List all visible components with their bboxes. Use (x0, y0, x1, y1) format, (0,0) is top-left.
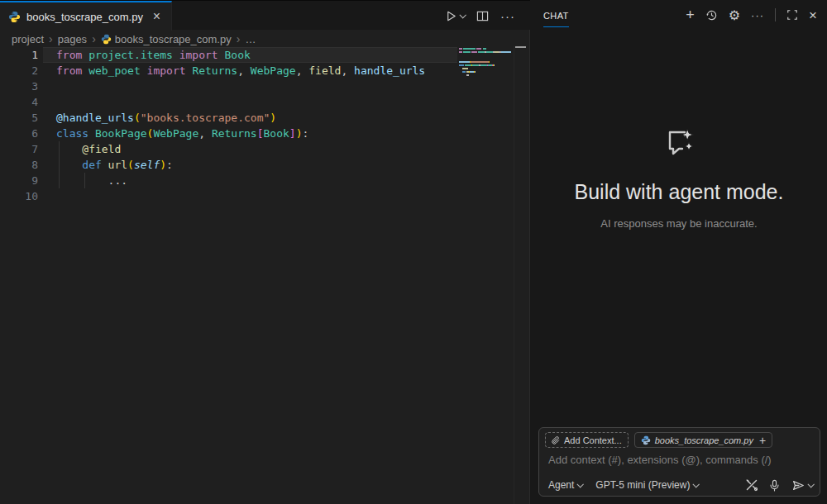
chat-empty-state: Build with agent mode. AI responses may … (531, 124, 827, 230)
send-button[interactable] (791, 479, 813, 492)
empty-state-title: Build with agent mode. (531, 180, 827, 204)
more-actions-icon[interactable]: ··· (500, 9, 515, 23)
editor-tab-bar: books_toscrape_com.py × ··· (0, 0, 530, 30)
mode-picker[interactable]: Agent (548, 479, 582, 491)
chat-panel: CHAT + ⚙ ··· × (531, 0, 827, 504)
code-line-9[interactable]: 9 ... (0, 173, 530, 188)
tab-chat[interactable]: CHAT (543, 3, 569, 27)
model-label: GPT-5 mini (Preview) (595, 479, 690, 491)
chat-input-box[interactable]: Add Context... books_toscrape_com.py + A… (538, 427, 820, 497)
breadcrumb: project › pages › books_toscrape_com.py … (0, 30, 530, 48)
model-picker[interactable]: GPT-5 mini (Preview) (595, 479, 698, 491)
empty-state-subtitle: AI responses may be inaccurate. (531, 217, 827, 230)
code-line-7[interactable]: 7 @field (0, 141, 530, 157)
python-file-icon (8, 11, 21, 23)
vscode-window: books_toscrape_com.py × ··· project › pa… (0, 0, 827, 504)
chevron-down-icon (693, 481, 700, 487)
minimap[interactable] (459, 48, 512, 81)
code-line-6[interactable]: 6class BookPage(WebPage, Returns[Book]): (0, 126, 530, 141)
run-button[interactable] (445, 10, 465, 22)
breadcrumb-project[interactable]: project (12, 33, 44, 45)
close-panel-icon[interactable]: × (809, 9, 817, 21)
code-line-10[interactable]: 10 (0, 188, 530, 204)
configure-tools-icon[interactable] (745, 478, 758, 492)
chat-input-placeholder: Add context (#), extensions (@), command… (548, 454, 772, 466)
python-file-icon (101, 34, 112, 45)
maximize-panel-icon[interactable] (786, 9, 798, 21)
send-dropdown-chevron-icon[interactable] (807, 481, 814, 487)
code-line-4[interactable]: 4 (0, 94, 530, 110)
add-attachment-icon[interactable]: + (758, 434, 766, 447)
attached-file-name: books_toscrape_com.py (655, 435, 753, 445)
paperclip-icon (552, 435, 560, 445)
tab-books-toscrape[interactable]: books_toscrape_com.py × (0, 1, 172, 31)
more-icon[interactable]: ··· (751, 9, 764, 21)
attached-file-pill[interactable]: books_toscrape_com.py + (634, 432, 772, 448)
editor-actions: ··· (445, 1, 515, 31)
chat-header: CHAT + ⚙ ··· × (531, 0, 827, 30)
code-line-5[interactable]: 5@handle_urls("books.toscrape.com") (0, 110, 530, 126)
tab-label: books_toscrape_com.py (26, 11, 143, 23)
breadcrumb-file[interactable]: books_toscrape_com.py (115, 33, 232, 45)
chat-input-toolbar: Agent GPT-5 mini (Preview) (548, 476, 813, 494)
breadcrumb-pages[interactable]: pages (58, 33, 87, 45)
run-dropdown-chevron-icon[interactable] (459, 12, 466, 18)
breadcrumb-separator: › (235, 32, 242, 45)
split-editor-icon[interactable] (476, 10, 489, 22)
add-context-button[interactable]: Add Context... (545, 432, 629, 448)
mode-label: Agent (548, 479, 574, 491)
breadcrumb-symbol[interactable]: … (245, 33, 256, 45)
editor-scrollbar[interactable] (514, 46, 514, 504)
code-line-3[interactable]: 3 (0, 78, 530, 94)
history-icon[interactable] (705, 9, 718, 21)
microphone-icon[interactable] (769, 479, 780, 492)
header-divider (775, 8, 776, 21)
attachments-row: Add Context... books_toscrape_com.py + (545, 432, 772, 448)
code-editor[interactable]: 1from project.items import Book2from web… (0, 47, 530, 504)
chevron-down-icon (577, 481, 584, 487)
add-context-label: Add Context... (564, 435, 622, 445)
code-line-8[interactable]: 8 def url(self): (0, 157, 530, 173)
breadcrumb-separator: › (47, 32, 55, 45)
new-chat-icon[interactable]: + (686, 9, 695, 21)
code-line-1[interactable]: 1from project.items import Book (0, 47, 530, 63)
code-line-2[interactable]: 2from web_poet import Returns, WebPage, … (0, 63, 530, 78)
overview-ruler-marker (515, 46, 526, 48)
copilot-chat-sparkle-icon (660, 124, 698, 162)
tab-close-icon[interactable]: × (149, 8, 165, 25)
breadcrumb-separator: › (90, 32, 98, 45)
editor-region: books_toscrape_com.py × ··· project › pa… (0, 0, 530, 504)
settings-gear-icon[interactable]: ⚙ (729, 9, 740, 21)
python-file-icon (641, 435, 651, 445)
